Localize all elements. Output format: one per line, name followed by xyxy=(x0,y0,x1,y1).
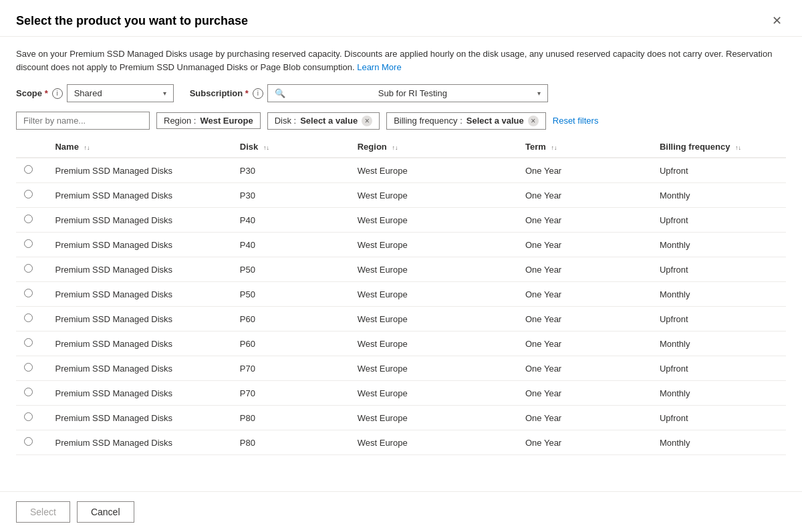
row-radio-cell[interactable] xyxy=(16,158,47,183)
row-radio-cell[interactable] xyxy=(16,381,47,406)
table-row[interactable]: Premium SSD Managed Disks P30 West Europ… xyxy=(16,158,786,183)
row-name: Premium SSD Managed Disks xyxy=(47,158,231,183)
row-radio-cell[interactable] xyxy=(16,430,47,455)
reset-filters-button[interactable]: Reset filters xyxy=(553,116,599,126)
row-disk: P30 xyxy=(232,158,350,183)
row-radio-cell[interactable] xyxy=(16,307,47,331)
table-row[interactable]: Premium SSD Managed Disks P60 West Europ… xyxy=(16,331,786,356)
row-region: West Europe xyxy=(350,233,517,257)
disk-filter-chip[interactable]: Disk : Select a value × xyxy=(267,112,380,130)
row-disk: P60 xyxy=(232,331,350,356)
row-radio-3[interactable] xyxy=(24,239,33,248)
row-radio-cell[interactable] xyxy=(16,257,47,282)
subscription-search-icon: 🔍 xyxy=(275,88,285,98)
table-row[interactable]: Premium SSD Managed Disks P40 West Europ… xyxy=(16,233,786,257)
row-radio-cell[interactable] xyxy=(16,331,47,356)
row-radio-8[interactable] xyxy=(24,363,33,372)
row-term: One Year xyxy=(517,158,652,183)
term-sort-icon[interactable]: ↑↓ xyxy=(551,144,557,151)
table-row[interactable]: Premium SSD Managed Disks P70 West Europ… xyxy=(16,356,786,381)
row-disk: P40 xyxy=(232,233,350,257)
col-header-disk: Disk ↑↓ xyxy=(232,136,350,158)
table-row[interactable]: Premium SSD Managed Disks P80 West Europ… xyxy=(16,406,786,430)
row-radio-cell[interactable] xyxy=(16,233,47,257)
col-header-term: Term ↑↓ xyxy=(517,136,652,158)
row-disk: P80 xyxy=(232,430,350,455)
table-row[interactable]: Premium SSD Managed Disks P60 West Europ… xyxy=(16,307,786,331)
cancel-button[interactable]: Cancel xyxy=(77,501,134,523)
scope-dropdown[interactable]: Shared ▾ xyxy=(67,84,174,102)
scope-info-icon: i xyxy=(52,88,63,99)
disk-chip-close-icon[interactable]: × xyxy=(362,116,372,126)
row-radio-cell[interactable] xyxy=(16,406,47,430)
row-name: Premium SSD Managed Disks xyxy=(47,257,231,282)
row-name: Premium SSD Managed Disks xyxy=(47,331,231,356)
scope-chevron-icon: ▾ xyxy=(163,90,166,97)
filter-input[interactable] xyxy=(16,112,150,130)
row-radio-10[interactable] xyxy=(24,412,33,421)
row-name: Premium SSD Managed Disks xyxy=(47,233,231,257)
row-billing: Upfront xyxy=(652,307,786,331)
row-radio-2[interactable] xyxy=(24,215,33,223)
billing-chip-close-icon[interactable]: × xyxy=(528,116,539,126)
row-billing: Upfront xyxy=(652,356,786,381)
row-term: One Year xyxy=(517,282,652,307)
row-term: One Year xyxy=(517,331,652,356)
select-button[interactable]: Select xyxy=(16,501,70,523)
region-filter-chip[interactable]: Region : West Europe xyxy=(156,112,261,129)
disk-sort-icon[interactable]: ↑↓ xyxy=(263,144,269,151)
row-radio-4[interactable] xyxy=(24,264,33,273)
row-term: One Year xyxy=(517,381,652,406)
row-radio-cell[interactable] xyxy=(16,183,47,208)
billing-sort-icon[interactable]: ↑↓ xyxy=(735,144,741,151)
close-button[interactable]: ✕ xyxy=(768,12,786,29)
row-billing: Monthly xyxy=(652,233,786,257)
dialog-body: Save on your Premium SSD Managed Disks u… xyxy=(0,37,802,491)
row-billing: Monthly xyxy=(652,331,786,356)
row-billing: Monthly xyxy=(652,430,786,455)
row-disk: P80 xyxy=(232,406,350,430)
table-row[interactable]: Premium SSD Managed Disks P70 West Europ… xyxy=(16,381,786,406)
row-radio-9[interactable] xyxy=(24,388,33,396)
region-chip-label: Region : xyxy=(164,116,196,126)
table-body: Premium SSD Managed Disks P30 West Europ… xyxy=(16,158,786,455)
table-row[interactable]: Premium SSD Managed Disks P30 West Europ… xyxy=(16,183,786,208)
col-header-name: Name ↑↓ xyxy=(47,136,231,158)
dialog-title: Select the product you want to purchase xyxy=(16,14,248,28)
billing-chip-value: Select a value xyxy=(466,116,524,126)
products-table: Name ↑↓ Disk ↑↓ Region ↑↓ Term ↑↓ Billin xyxy=(16,136,786,455)
row-radio-5[interactable] xyxy=(24,289,33,297)
row-radio-cell[interactable] xyxy=(16,208,47,233)
learn-more-link[interactable]: Learn More xyxy=(357,62,401,72)
row-region: West Europe xyxy=(350,208,517,233)
row-term: One Year xyxy=(517,356,652,381)
table-row[interactable]: Premium SSD Managed Disks P80 West Europ… xyxy=(16,430,786,455)
table-row[interactable]: Premium SSD Managed Disks P40 West Europ… xyxy=(16,208,786,233)
row-disk: P70 xyxy=(232,356,350,381)
dialog-footer: Select Cancel xyxy=(0,491,802,532)
row-radio-0[interactable] xyxy=(24,165,33,174)
row-disk: P50 xyxy=(232,257,350,282)
products-table-container: Name ↑↓ Disk ↑↓ Region ↑↓ Term ↑↓ Billin xyxy=(16,136,786,491)
row-radio-6[interactable] xyxy=(24,313,33,322)
row-billing: Upfront xyxy=(652,158,786,183)
table-row[interactable]: Premium SSD Managed Disks P50 West Europ… xyxy=(16,257,786,282)
table-row[interactable]: Premium SSD Managed Disks P50 West Europ… xyxy=(16,282,786,307)
row-region: West Europe xyxy=(350,158,517,183)
row-name: Premium SSD Managed Disks xyxy=(47,307,231,331)
billing-filter-chip[interactable]: Billing frequency : Select a value × xyxy=(386,112,546,130)
row-radio-7[interactable] xyxy=(24,338,33,347)
subscription-dropdown[interactable]: 🔍 Sub for RI Testing ▾ xyxy=(267,84,548,102)
region-chip-value: West Europe xyxy=(200,116,253,126)
row-term: One Year xyxy=(517,307,652,331)
col-header-region: Region ↑↓ xyxy=(350,136,517,158)
name-sort-icon[interactable]: ↑↓ xyxy=(84,144,90,151)
row-name: Premium SSD Managed Disks xyxy=(47,381,231,406)
scope-label: Scope * xyxy=(16,88,48,98)
row-radio-11[interactable] xyxy=(24,437,33,446)
row-radio-1[interactable] xyxy=(24,190,33,198)
row-region: West Europe xyxy=(350,331,517,356)
row-radio-cell[interactable] xyxy=(16,282,47,307)
row-radio-cell[interactable] xyxy=(16,356,47,381)
region-sort-icon[interactable]: ↑↓ xyxy=(392,144,398,151)
